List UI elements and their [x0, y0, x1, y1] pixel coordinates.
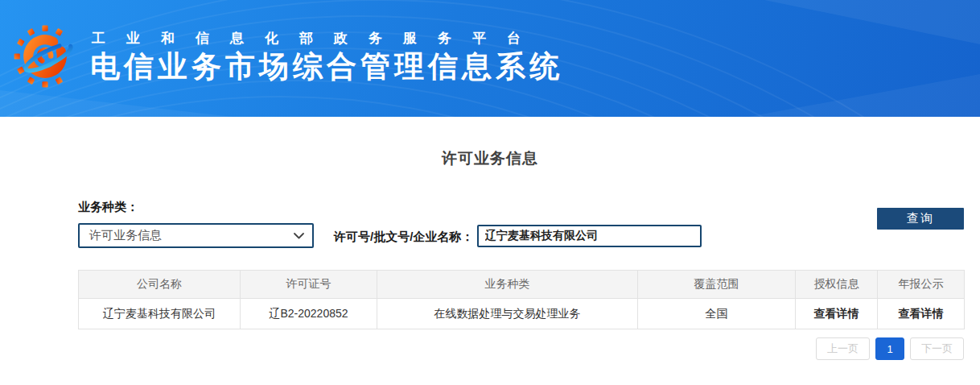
cell-company: 辽宁麦基科技有限公司 — [79, 299, 241, 329]
column-header-annual-report: 年报公示 — [878, 271, 965, 299]
column-header-license-no: 许可证号 — [241, 271, 377, 299]
column-header-company: 公司名称 — [79, 271, 241, 299]
pagination-next-button[interactable]: 下一页 — [910, 337, 964, 360]
pagination: 上一页 1 下一页 — [816, 337, 964, 360]
table-row: 辽宁麦基科技有限公司 辽B2-20220852 在线数据处理与交易处理业务 全国… — [79, 299, 965, 329]
system-title: 电信业务市场综合管理信息系统 — [90, 47, 563, 87]
cell-annual-report: 查看详情 — [878, 299, 965, 329]
license-keyword-label: 许可号/批文号/企业名称： — [334, 230, 473, 245]
business-category-select[interactable]: 许可业务信息 — [78, 223, 314, 248]
results-table: 公司名称 许可证号 业务种类 覆盖范围 授权信息 年报公示 辽宁麦基科技有限公司… — [78, 270, 965, 329]
pagination-prev-button[interactable]: 上一页 — [816, 337, 870, 360]
platform-title: 工业和信息化部政务服务平台 — [92, 29, 541, 48]
license-keyword-input[interactable] — [477, 225, 702, 247]
chevron-down-icon — [294, 233, 304, 239]
page-title: 许可业务信息 — [0, 148, 980, 169]
view-annual-report-link[interactable]: 查看详情 — [899, 307, 944, 321]
business-category-label: 业务种类： — [78, 200, 138, 215]
cell-license-no: 辽B2-20220852 — [241, 299, 377, 329]
gear-e-logo-icon — [13, 24, 77, 89]
cell-business-type: 在线数据处理与交易处理业务 — [377, 299, 638, 329]
cell-auth-info: 查看详情 — [796, 299, 878, 329]
query-button[interactable]: 查询 — [877, 208, 964, 230]
view-auth-details-link[interactable]: 查看详情 — [814, 307, 859, 321]
page: 工业和信息化部政务服务平台 电信业务市场综合管理信息系统 许可业务信息 业务种类… — [0, 0, 980, 385]
table-body: 辽宁麦基科技有限公司 辽B2-20220852 在线数据处理与交易处理业务 全国… — [79, 299, 965, 329]
pagination-page-1-button[interactable]: 1 — [875, 337, 904, 360]
cell-coverage: 全国 — [638, 299, 796, 329]
header-banner: 工业和信息化部政务服务平台 电信业务市场综合管理信息系统 — [0, 0, 980, 117]
business-category-selected-value: 许可业务信息 — [89, 228, 294, 243]
column-header-business-type: 业务种类 — [377, 271, 638, 299]
column-header-coverage: 覆盖范围 — [638, 271, 796, 299]
column-header-auth-info: 授权信息 — [796, 271, 878, 299]
table-header-row: 公司名称 许可证号 业务种类 覆盖范围 授权信息 年报公示 — [79, 271, 965, 299]
